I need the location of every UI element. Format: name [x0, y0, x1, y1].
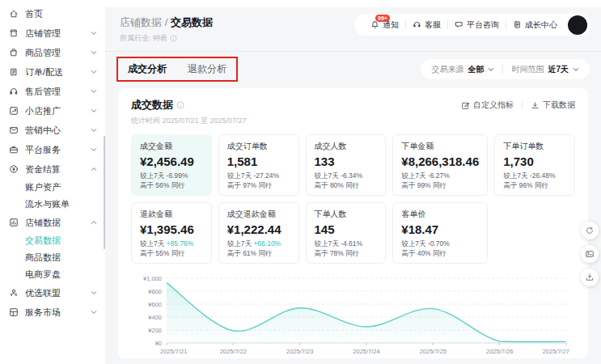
sidebar-label: 服务市场 — [25, 307, 84, 319]
mail-icon — [9, 125, 19, 135]
sidebar-label: 优选联盟 — [25, 287, 84, 299]
stat-card-refund-amount[interactable]: 退款金额 ¥1,395.46 较上7天 +85.76% 高于 55% 同行 — [131, 202, 212, 264]
stat-card-deal-refund-amount[interactable]: 成交退款金额 ¥1,222.44 较上7天 +66.10% 高于 61% 同行 — [218, 202, 299, 264]
stat-value: 145 — [315, 222, 378, 236]
growth-center-button[interactable]: 成长中心 — [506, 19, 564, 31]
breadcrumb-parent[interactable]: 店铺数据 — [120, 16, 162, 28]
header-actions: 通知 99+ 客服 平台咨询 成长中心 — [354, 14, 591, 36]
sidebar-item-product-data[interactable]: 商品数据 — [0, 249, 105, 266]
save-download-button[interactable] — [581, 269, 599, 286]
sidebar-label: 商品管理 — [25, 47, 84, 59]
refresh-button[interactable] — [581, 222, 599, 239]
headset-icon — [413, 20, 421, 29]
chevron-down-icon — [91, 108, 97, 113]
floating-toolbar — [581, 222, 599, 286]
trade-source-value: 全部 — [468, 64, 484, 75]
grid-icon — [9, 307, 19, 317]
sidebar-sub-label: 电商罗盘 — [25, 269, 61, 281]
time-range-select[interactable]: 时间范围 近7天 — [511, 64, 579, 75]
tab-refund-analysis[interactable]: 退款分析 — [188, 62, 226, 76]
svg-text:¥800: ¥800 — [148, 288, 162, 295]
customer-service-label: 客服 — [425, 19, 441, 31]
stat-card-deal-orders[interactable]: 成交订单数 1,581 较上7天 -27.24% 高于 97% 同行 — [218, 134, 299, 196]
document-icon — [513, 20, 522, 29]
sidebar: 首页 店铺管理 商品管理 订单/配送 售后管理 小店推广 — [0, 0, 105, 364]
sidebar-item-statements[interactable]: 流水与账单 — [0, 196, 105, 213]
stat-card-order-buyers[interactable]: 下单人数 145 较上7天 -4.61% 高于 78% 同行 — [306, 202, 387, 264]
trade-source-select[interactable]: 交易来源 全部 — [431, 64, 494, 75]
sidebar-label: 营销中心 — [25, 125, 84, 137]
platform-consult-button[interactable]: 平台咨询 — [448, 19, 506, 31]
tab-deal-analysis[interactable]: 成交分析 — [128, 62, 167, 76]
sidebar-item-shop-promotion[interactable]: 小店推广 — [0, 101, 105, 121]
sidebar-item-account-assets[interactable]: 账户资产 — [0, 179, 105, 196]
chat-bubble-icon — [455, 20, 463, 29]
sidebar-item-marketing-center[interactable]: 营销中心 — [0, 121, 105, 140]
sidebar-item-alliance[interactable]: 优选联盟 — [0, 283, 105, 303]
platform-consult-label: 平台咨询 — [467, 19, 499, 31]
chevron-down-icon — [573, 67, 579, 72]
chevron-down-icon — [91, 89, 97, 94]
sidebar-label: 资金结算 — [25, 163, 84, 176]
panel-header: 成交数据 统计时间 2025/07/21 至 2025/07/27 自定义指标 … — [131, 98, 575, 126]
stat-delta: 较上7天 +66.10% — [227, 239, 290, 248]
stat-value: ¥1,222.44 — [227, 222, 290, 236]
growth-center-label: 成长中心 — [525, 19, 557, 31]
sidebar-item-aftersale[interactable]: 售后管理 — [0, 82, 105, 101]
edit-icon — [461, 101, 470, 110]
stat-delta: 较上7天 +85.76% — [140, 239, 203, 248]
svg-text:2025/7/22: 2025/7/22 — [220, 348, 247, 355]
stat-period: 统计时间 2025/07/21 至 2025/07/27 — [131, 116, 247, 126]
sidebar-item-shop-management[interactable]: 店铺管理 — [0, 23, 105, 43]
trade-source-label: 交易来源 — [431, 64, 463, 75]
svg-text:¥0: ¥0 — [155, 340, 162, 347]
notification-button[interactable]: 通知 99+ — [364, 19, 405, 31]
stat-card-avg-order-value[interactable]: 客单价 ¥18.47 较上7天 -0.70% 高于 40% 同行 — [392, 202, 488, 264]
sidebar-item-ecom-compass[interactable]: 电商罗盘 — [0, 266, 105, 283]
download-icon — [531, 101, 540, 110]
download-data-button[interactable]: 下载数据 — [531, 99, 575, 111]
sidebar-item-home[interactable]: 首页 — [0, 4, 105, 23]
feedback-gallery-button[interactable] — [581, 245, 599, 263]
sidebar-item-shop-data[interactable]: 店铺数据 — [0, 213, 105, 232]
sidebar-item-funds-settlement[interactable]: 资金结算 — [0, 159, 105, 179]
stat-peer: 高于 97% 同行 — [227, 180, 290, 190]
tabs-row: 成交分析 退款分析 交易来源 全部 时间范围 近7天 — [105, 52, 601, 82]
panel-title: 成交数据 — [131, 98, 173, 112]
sidebar-label: 订单/配送 — [25, 66, 84, 78]
stat-label: 成交人数 — [315, 141, 378, 152]
stat-card-order-amount[interactable]: 下单金额 ¥8,266,318.46 较上7天 -6.27% 高于 99% 同行 — [392, 134, 488, 196]
stat-value: 1,581 — [227, 154, 290, 168]
sidebar-item-orders[interactable]: 订单/配送 — [0, 62, 105, 82]
page-title: 交易数据 — [171, 16, 213, 28]
sidebar-item-transaction-data[interactable]: 交易数据 — [0, 232, 105, 249]
info-icon — [170, 35, 177, 42]
stat-card-deal-buyers[interactable]: 成交人数 133 较上7天 -6.34% 高于 80% 同行 — [306, 134, 387, 196]
stat-peer: 高于 78% 同行 — [315, 248, 378, 258]
stat-peer: 高于 99% 同行 — [401, 180, 479, 190]
stat-value: ¥8,266,318.46 — [401, 154, 479, 168]
main-content: 店铺数据 / 交易数据 所属行业: 钟表 通知 99+ 客服 — [105, 0, 601, 364]
stat-grid: 成交金额 ¥2,456.49 较上7天 -6.99% 高于 56% 同行 成交订… — [131, 134, 575, 264]
stat-peer: 高于 55% 同行 — [140, 248, 203, 258]
chevron-up-icon — [91, 167, 97, 171]
sidebar-item-product-management[interactable]: 商品管理 — [0, 43, 105, 62]
sidebar-item-service-market[interactable]: 服务市场 — [0, 303, 105, 322]
stat-peer: 高于 80% 同行 — [315, 180, 378, 190]
stat-delta: 较上7天 -6.34% — [315, 171, 378, 180]
home-icon — [9, 9, 19, 19]
sidebar-item-platform-services[interactable]: 平台服务 — [0, 140, 105, 159]
stat-delta: 较上7天 -27.24% — [227, 171, 290, 180]
stat-value: 1,730 — [503, 154, 566, 168]
download-tray-icon — [585, 273, 595, 282]
stat-card-order-count[interactable]: 下单订单数 1,730 较上7天 -26.48% 高于 96% 同行 — [494, 134, 575, 196]
customize-metrics-button[interactable]: 自定义指标 — [461, 99, 514, 111]
sidebar-label: 店铺数据 — [25, 217, 84, 229]
stat-card-deal-amount[interactable]: 成交金额 ¥2,456.49 较上7天 -6.99% 高于 56% 同行 — [131, 134, 212, 196]
customer-service-button[interactable]: 客服 — [406, 19, 447, 31]
sidebar-sub-label: 商品数据 — [25, 252, 61, 264]
trend-chart: ¥0¥200¥400¥600¥800¥1,0002025/7/212025/7/… — [131, 272, 575, 361]
avatar[interactable] — [568, 15, 587, 35]
svg-text:¥200: ¥200 — [148, 327, 162, 334]
trend-arrow-icon — [9, 106, 19, 116]
